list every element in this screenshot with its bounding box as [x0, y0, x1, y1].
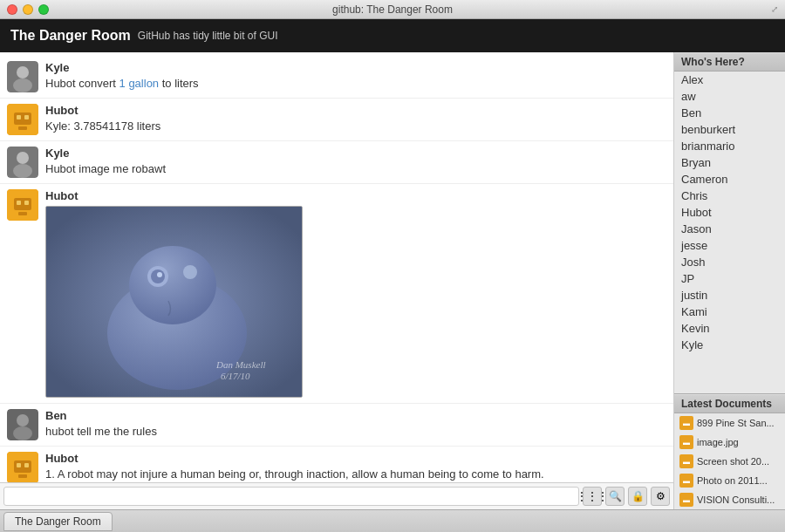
list-item: Hubot Kyle: 3.78541178 liters: [0, 99, 673, 141]
chat-input-icons: ⋮⋮⋮ 🔍 🔒 ⚙: [583, 487, 670, 506]
sidebar-item-user[interactable]: Jason: [674, 221, 785, 237]
sidebar-doc-item[interactable]: ▬Photo on 2011...: [674, 471, 785, 490]
main-area: Kyle Hubot convert 1 gallon to liters: [0, 52, 785, 509]
sidebar-doc-item[interactable]: ▬VISION Consulti...: [674, 490, 785, 509]
message-text: Hubot image me robawt: [45, 161, 666, 177]
svg-rect-32: [18, 474, 27, 478]
message-content: Kyle Hubot convert 1 gallon to liters: [45, 61, 666, 92]
lock-icon[interactable]: 🔒: [628, 487, 647, 506]
message-username: Hubot: [45, 452, 666, 465]
message-content: Ben hubot tell me the rules: [45, 409, 666, 440]
sidebar-users: AlexawBenbenburkertbrianmarioBryanCamero…: [674, 72, 785, 393]
list-item: Ben hubot tell me the rules: [0, 404, 673, 447]
svg-point-21: [157, 272, 162, 277]
svg-rect-6: [24, 115, 29, 119]
avatar: [7, 409, 38, 440]
scroll-left-icon[interactable]: ⋮⋮⋮: [583, 487, 602, 506]
sidebar-item-user[interactable]: Bryan: [674, 154, 785, 171]
search-icon[interactable]: 🔍: [605, 487, 625, 506]
resize-icon[interactable]: ⤢: [771, 4, 778, 14]
message-content: Hubot 1. A robot may not injure a human …: [45, 452, 666, 482]
sidebar-item-user[interactable]: Kyle: [674, 337, 785, 353]
sidebar-item-user[interactable]: Kevin: [674, 320, 785, 337]
app-header: The Danger Room GitHub has tidy little b…: [0, 19, 785, 52]
sidebar-doc-item[interactable]: ▬image.jpg: [674, 433, 785, 452]
svg-point-22: [183, 265, 197, 279]
doc-icon: ▬: [679, 493, 693, 507]
sidebar: Who's Here? AlexawBenbenburkertbrianmari…: [674, 52, 785, 509]
sidebar-item-user[interactable]: aw: [674, 88, 785, 105]
svg-point-1: [17, 66, 29, 78]
svg-point-10: [13, 164, 32, 178]
svg-rect-14: [24, 201, 29, 205]
sidebar-item-user[interactable]: Josh: [674, 254, 785, 270]
window-controls: [7, 4, 49, 15]
doc-icon: ▬: [679, 416, 693, 430]
list-item: Kyle Hubot convert 1 gallon to liters: [0, 56, 673, 99]
svg-point-27: [13, 426, 32, 440]
svg-rect-7: [18, 126, 27, 130]
list-item: Kyle Hubot image me robawt: [0, 141, 673, 184]
chat-input-area: ⋮⋮⋮ 🔍 🔒 ⚙: [0, 482, 673, 509]
doc-icon: ▬: [679, 454, 693, 468]
settings-icon[interactable]: ⚙: [651, 487, 670, 506]
sidebar-item-user[interactable]: Chris: [674, 188, 785, 204]
avatar: [7, 61, 38, 92]
sidebar-doc-item[interactable]: ▬899 Pine St San...: [674, 413, 785, 433]
sidebar-item-user[interactable]: Cameron: [674, 171, 785, 188]
sidebar-item-user[interactable]: brianmario: [674, 138, 785, 154]
close-button[interactable]: [7, 4, 17, 15]
bottom-bar: The Danger Room: [0, 509, 785, 532]
sidebar-item-user[interactable]: Kami: [674, 304, 785, 320]
message-text: Hubot convert 1 gallon to liters: [45, 76, 666, 92]
sidebar-item-user[interactable]: jesse: [674, 237, 785, 254]
doc-title: VISION Consulti...: [697, 494, 775, 505]
sidebar-docs: Latest Documents ▬899 Pine St San...▬ima…: [674, 393, 785, 509]
message-text: hubot tell me the rules: [45, 424, 666, 440]
doc-title: Screen shot 20...: [697, 456, 769, 467]
chat-input[interactable]: [3, 487, 579, 506]
sidebar-item-user[interactable]: justin: [674, 287, 785, 304]
svg-rect-31: [24, 463, 29, 467]
svg-rect-15: [18, 212, 27, 215]
svg-text:Dan Muskell: Dan Muskell: [215, 359, 266, 370]
sidebar-item-user[interactable]: Ben: [674, 105, 785, 121]
message-username: Hubot: [45, 189, 666, 202]
message-username: Ben: [45, 409, 666, 422]
message-username: Kyle: [45, 147, 666, 160]
doc-title: Photo on 2011...: [697, 475, 768, 486]
avatar: [7, 189, 38, 221]
message-text: 1. A robot may not injure a human being …: [45, 467, 666, 482]
doc-title: 899 Pine St San...: [697, 418, 775, 428]
sidebar-item-user[interactable]: benburkert: [674, 121, 785, 138]
app-title: The Danger Room: [10, 28, 131, 44]
sidebar-doc-item[interactable]: ▬Screen shot 20...: [674, 452, 785, 471]
minimize-button[interactable]: [23, 4, 33, 15]
whos-here-header: Who's Here?: [674, 52, 785, 72]
chat-messages: Kyle Hubot convert 1 gallon to liters: [0, 52, 673, 482]
chat-area: Kyle Hubot convert 1 gallon to liters: [0, 52, 674, 509]
latest-docs-header: Latest Documents: [674, 394, 785, 413]
doc-title: image.jpg: [697, 437, 739, 447]
tab-danger-room[interactable]: The Danger Room: [3, 512, 113, 531]
svg-point-9: [17, 152, 29, 164]
title-bar: github: The Danger Room ⤢: [0, 0, 785, 19]
sidebar-item-user[interactable]: Hubot: [674, 204, 785, 221]
message-content: Kyle Hubot image me robawt: [45, 147, 666, 177]
doc-icon: ▬: [679, 435, 693, 449]
message-text: Kyle: 3.78541178 liters: [45, 119, 666, 134]
robot-image: Dan Muskell 6/17/10: [45, 206, 303, 398]
sidebar-item-user[interactable]: JP: [674, 270, 785, 287]
list-item: Hubot 1. A robot may not injure a human …: [0, 447, 673, 482]
sidebar-item-user[interactable]: Alex: [674, 72, 785, 88]
message-username: Hubot: [45, 104, 666, 117]
svg-point-2: [13, 78, 32, 92]
app-window: The Danger Room GitHub has tidy little b…: [0, 19, 785, 532]
message-username: Kyle: [45, 61, 666, 74]
maximize-button[interactable]: [38, 4, 49, 15]
svg-text:6/17/10: 6/17/10: [221, 371, 250, 381]
message-link[interactable]: 1 gallon: [119, 77, 160, 90]
avatar: [7, 452, 38, 482]
app-subtitle: GitHub has tidy little bit of GUI: [138, 30, 278, 42]
message-content: Hubot: [45, 189, 666, 398]
